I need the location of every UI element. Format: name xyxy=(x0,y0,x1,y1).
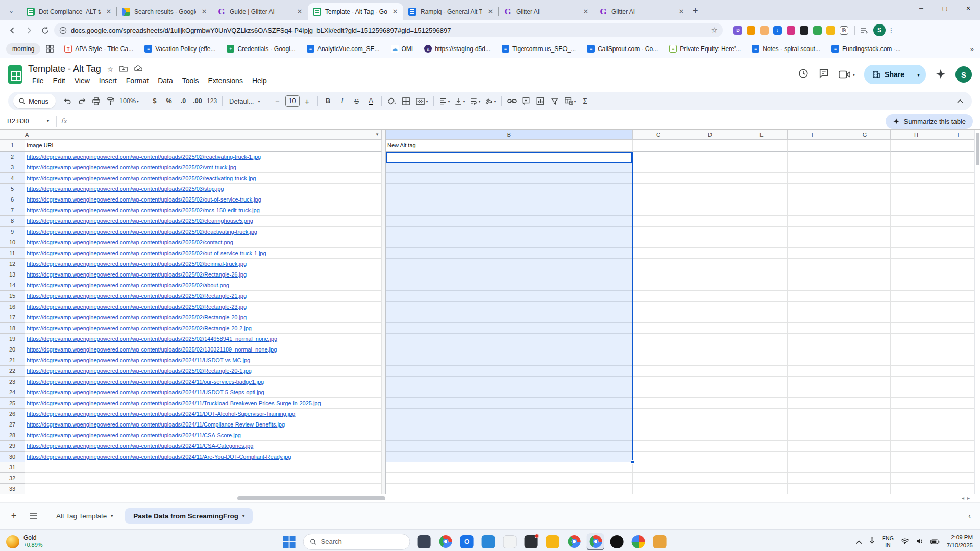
cell-empty[interactable] xyxy=(839,302,891,312)
text-color-button[interactable]: A xyxy=(364,94,378,108)
menus-search-pill[interactable]: Menus xyxy=(13,94,56,108)
cell-empty[interactable] xyxy=(788,152,839,162)
cell-empty[interactable] xyxy=(633,387,684,398)
cell-a17[interactable]: https://dcgrevamp.wpenginepowered.com/wp… xyxy=(25,312,382,323)
cell-a19[interactable]: https://dcgrevamp.wpenginepowered.com/wp… xyxy=(25,334,382,344)
column-header-G[interactable]: G xyxy=(839,130,891,140)
cell-empty[interactable] xyxy=(736,473,788,484)
cell-empty[interactable] xyxy=(788,194,839,205)
cell-empty[interactable] xyxy=(839,473,891,484)
cell-empty[interactable] xyxy=(684,323,736,334)
cell-a4[interactable]: https://dcgrevamp.wpenginepowered.com/wp… xyxy=(25,173,382,184)
cell-row1[interactable] xyxy=(788,140,839,152)
cell-empty[interactable] xyxy=(891,398,942,409)
meet-video-icon[interactable]: ▾ xyxy=(839,70,855,79)
cell-empty[interactable] xyxy=(942,430,974,441)
cell-empty[interactable] xyxy=(684,302,736,312)
add-sheet-button[interactable]: + xyxy=(5,507,22,524)
cell-empty[interactable] xyxy=(942,312,974,323)
cell-empty[interactable] xyxy=(633,334,684,344)
cell-a29[interactable]: https://dcgrevamp.wpenginepowered.com/wp… xyxy=(25,441,382,452)
cell-empty[interactable] xyxy=(684,216,736,227)
image-url-link[interactable]: https://dcgrevamp.wpenginepowered.com/wp… xyxy=(27,229,257,235)
cell-a22[interactable]: https://dcgrevamp.wpenginepowered.com/wp… xyxy=(25,366,382,377)
cell-b17[interactable] xyxy=(386,312,633,323)
chrome-icon[interactable] xyxy=(566,533,583,550)
cell-empty[interactable] xyxy=(736,419,788,430)
cell-b23[interactable] xyxy=(386,377,633,387)
cell-empty[interactable] xyxy=(891,259,942,269)
tab-close-icon[interactable]: ✕ xyxy=(296,8,304,16)
zoom-select[interactable]: 100%▾ xyxy=(118,94,140,108)
browser-menu-kebab-icon[interactable]: ⋮ xyxy=(888,26,895,34)
row-number-2[interactable]: 2 xyxy=(0,152,25,162)
bookmark-folder-morning[interactable]: morning xyxy=(6,43,40,55)
decrease-font-size-button[interactable]: − xyxy=(271,94,284,108)
cell-empty[interactable] xyxy=(736,227,788,237)
cell-empty[interactable] xyxy=(788,484,839,494)
comments-icon[interactable] xyxy=(818,68,829,81)
cell-empty[interactable] xyxy=(942,398,974,409)
cell-empty[interactable] xyxy=(891,377,942,387)
cell-empty[interactable] xyxy=(839,484,891,494)
cell-empty[interactable] xyxy=(839,227,891,237)
cell-empty[interactable] xyxy=(788,409,839,419)
cell-empty[interactable] xyxy=(633,312,684,323)
cell-row1[interactable] xyxy=(839,140,891,152)
cell-empty[interactable] xyxy=(633,152,684,162)
cell-b10[interactable] xyxy=(386,237,633,248)
cell-empty[interactable] xyxy=(942,452,974,462)
cell-empty[interactable] xyxy=(788,162,839,173)
cell-empty[interactable] xyxy=(633,216,684,227)
cell-empty[interactable] xyxy=(736,312,788,323)
cell-empty[interactable] xyxy=(684,237,736,248)
cell-empty[interactable] xyxy=(839,312,891,323)
cell-a13[interactable]: https://dcgrevamp.wpenginepowered.com/wp… xyxy=(25,269,382,280)
cell-empty[interactable] xyxy=(788,462,839,473)
cell-empty[interactable] xyxy=(736,366,788,377)
browser-tab-1[interactable]: Dot Compliance_ALT tags - Goo✕ xyxy=(21,3,117,20)
cell-empty[interactable] xyxy=(633,452,684,462)
menu-help[interactable]: Help xyxy=(248,76,271,85)
sheets-profile-avatar[interactable]: S xyxy=(955,66,972,83)
image-url-link[interactable]: https://dcgrevamp.wpenginepowered.com/wp… xyxy=(27,411,295,417)
cell-a26[interactable]: https://dcgrevamp.wpenginepowered.com/wp… xyxy=(25,409,382,419)
cell-empty[interactable] xyxy=(788,473,839,484)
row-number-18[interactable]: 18 xyxy=(0,323,25,334)
bookmark-item-11[interactable]: ≡Fundingstack.com -... xyxy=(828,43,904,54)
cell-empty[interactable] xyxy=(891,194,942,205)
cell-empty[interactable] xyxy=(942,248,974,259)
cell-empty[interactable] xyxy=(942,184,974,194)
start-button[interactable] xyxy=(281,533,298,550)
cell-empty[interactable] xyxy=(788,398,839,409)
tray-chevron-up-icon[interactable] xyxy=(856,537,862,546)
cell-empty[interactable] xyxy=(788,387,839,398)
image-url-link[interactable]: https://dcgrevamp.wpenginepowered.com/wp… xyxy=(27,250,266,256)
cell-empty[interactable] xyxy=(788,452,839,462)
menu-insert[interactable]: Insert xyxy=(95,76,121,85)
row-number-29[interactable]: 29 xyxy=(0,441,25,452)
cell-empty[interactable] xyxy=(788,323,839,334)
cell-empty[interactable] xyxy=(891,441,942,452)
cell-empty[interactable] xyxy=(942,194,974,205)
cell-b13[interactable] xyxy=(386,269,633,280)
row-number-31[interactable]: 31 xyxy=(0,462,25,473)
back-icon[interactable] xyxy=(5,23,19,37)
cell-empty[interactable] xyxy=(942,216,974,227)
row-number-33[interactable]: 33 xyxy=(0,484,25,494)
cell-b6[interactable] xyxy=(386,194,633,205)
cell-empty[interactable] xyxy=(633,366,684,377)
cell-empty[interactable] xyxy=(891,302,942,312)
cell-empty[interactable] xyxy=(633,237,684,248)
vertical-align-button[interactable]: ▾ xyxy=(453,94,467,108)
browser-tab-2[interactable]: Search results - Google Drive✕ xyxy=(117,3,212,20)
cell-empty[interactable] xyxy=(942,473,974,484)
bookmark-item-7[interactable]: ≡Tigercomm.us_SEO_... xyxy=(499,43,579,54)
cell-empty[interactable] xyxy=(891,334,942,344)
battery-icon[interactable] xyxy=(930,537,940,546)
cell-a32[interactable] xyxy=(25,473,382,484)
cell-empty[interactable] xyxy=(891,173,942,184)
cell-empty[interactable] xyxy=(633,227,684,237)
cell-empty[interactable] xyxy=(736,291,788,302)
cell-empty[interactable] xyxy=(736,184,788,194)
